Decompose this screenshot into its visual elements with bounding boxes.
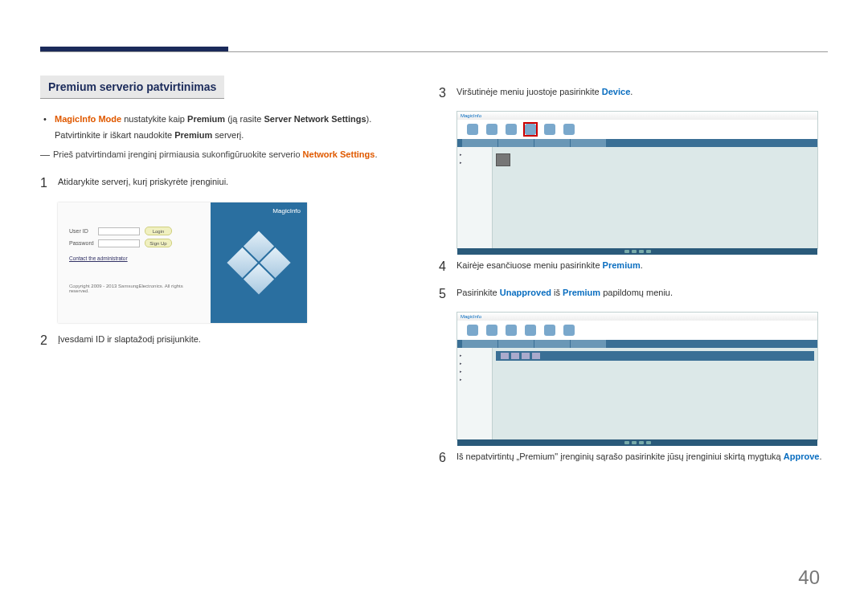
bullet-line2: Patvirtinkite ir iškart naudokite Premiu…: [55, 129, 426, 142]
toolbar-row: [496, 351, 814, 361]
diamond-icon: [227, 231, 290, 295]
bullet-dot: •: [43, 113, 55, 126]
sidebar-item[interactable]: ▸: [460, 158, 489, 166]
toolbar-btn[interactable]: [522, 353, 530, 359]
top-icon[interactable]: [467, 124, 478, 135]
dash-icon: ―: [40, 149, 53, 162]
app-titlebar: MagicInfo: [457, 313, 817, 321]
step-number: 3: [439, 84, 457, 103]
device-thumb[interactable]: [496, 153, 510, 166]
top-icon[interactable]: [506, 325, 517, 336]
top-icon[interactable]: [563, 124, 575, 135]
step-text: Kairėje esančiuose meniu pasirinkite Pre…: [457, 257, 643, 276]
step-3: 3 Viršutinėje meniu juostoje pasirinkite…: [439, 84, 825, 103]
toolbar-btn[interactable]: [511, 353, 519, 359]
step-number: 5: [439, 284, 457, 304]
app-tab-row: [457, 139, 817, 147]
top-icon[interactable]: [467, 325, 478, 336]
bullet-1: • MagicInfo Mode nustatykite kaip Premiu…: [43, 113, 426, 126]
top-icon[interactable]: [506, 124, 517, 135]
step-5: 5 Pasirinkite Unapproved iš Premium papi…: [439, 284, 825, 304]
app-body: ▸ ▸: [457, 147, 817, 248]
top-icon[interactable]: [486, 325, 497, 336]
step-2: 2 Įvesdami ID ir slaptažodį prisijunkite…: [40, 331, 426, 350]
thumbnail-row: [496, 153, 814, 166]
copyright: Copyright 2009 - 2013 SamsungElectronics…: [69, 284, 199, 293]
left-column: Premium serverio patvirtinimas • MagicIn…: [40, 76, 426, 358]
top-icon[interactable]: [563, 325, 575, 336]
step-number: 1: [40, 174, 58, 193]
step-text: Atidarykite serverį, kurį priskyrėte įre…: [58, 174, 228, 193]
step-number: 6: [439, 448, 457, 468]
userid-input[interactable]: [98, 227, 140, 235]
note-line: ― Prieš patvirtindami įrenginį pirmiausi…: [40, 149, 426, 162]
app-sidebar: ▸ ▸: [457, 147, 493, 248]
sidebar-item[interactable]: ▸: [460, 351, 489, 359]
magicinfo-mode-label: MagicInfo Mode: [55, 114, 121, 124]
sidebar-item[interactable]: ▸: [460, 375, 489, 383]
step-text: Viršutinėje meniu juostoje pasirinkite D…: [457, 84, 633, 103]
password-label: Password: [69, 240, 98, 246]
step-1: 1 Atidarykite serverį, kurį priskyrėte į…: [40, 174, 426, 193]
toolbar-btn[interactable]: [501, 353, 509, 359]
sidebar-item[interactable]: ▸: [460, 367, 489, 375]
step-text: Įvesdami ID ir slaptažodį prisijunkite.: [58, 331, 201, 350]
app-screenshot-2: MagicInfo ▸ ▸ ▸ ▸: [457, 312, 818, 440]
contact-admin-link[interactable]: Contact the administrator: [69, 255, 199, 261]
login-brand-panel: MagicInfo: [211, 202, 307, 323]
step-number: 2: [40, 331, 58, 350]
step-6: 6 Iš nepatvirtintų „Premium" įrenginių s…: [439, 448, 825, 468]
password-input[interactable]: [98, 239, 140, 247]
section-title: Premium serverio patvirtinimas: [40, 76, 224, 99]
brand-label: MagicInfo: [272, 207, 301, 215]
app-screenshot-1: MagicInfo ▸ ▸: [457, 111, 818, 249]
header-rule: [40, 51, 828, 52]
toolbar-btn[interactable]: [532, 353, 540, 359]
step-text: Pasirinkite Unapproved iš Premium papild…: [457, 284, 673, 304]
app-tab-row: [457, 340, 817, 348]
app-top-icons: [457, 321, 817, 340]
top-icon[interactable]: [544, 124, 555, 135]
app-main: [493, 348, 817, 439]
login-form: User ID Login Password Sign Up Contact t…: [58, 202, 211, 323]
sidebar-item[interactable]: ▸: [460, 150, 489, 158]
step-text: Iš nepatvirtintų „Premium" įrenginių sąr…: [457, 448, 821, 468]
step-4: 4 Kairėje esančiuose meniu pasirinkite P…: [439, 257, 825, 276]
login-userid-row: User ID Login: [69, 227, 199, 235]
device-icon[interactable]: [525, 124, 536, 135]
login-button[interactable]: Login: [145, 227, 172, 235]
bullet-text: MagicInfo Mode nustatykite kaip Premium …: [55, 113, 371, 126]
signup-button[interactable]: Sign Up: [145, 239, 172, 247]
login-screenshot: User ID Login Password Sign Up Contact t…: [58, 202, 307, 323]
app-top-icons: [457, 120, 817, 139]
sidebar-item-premium[interactable]: ▸: [460, 359, 489, 367]
app-footer: [457, 439, 817, 446]
app-titlebar: MagicInfo: [457, 112, 817, 120]
page-number: 40: [798, 566, 820, 589]
note-text: Prieš patvirtindami įrenginį pirmiausia …: [53, 149, 378, 162]
app-body: ▸ ▸ ▸ ▸: [457, 348, 817, 439]
step-number: 4: [439, 257, 457, 276]
top-icon[interactable]: [486, 124, 497, 135]
top-icon[interactable]: [525, 325, 536, 336]
login-password-row: Password Sign Up: [69, 239, 199, 247]
right-column: 3 Viršutinėje meniu juostoje pasirinkite…: [439, 76, 825, 476]
app-sidebar: ▸ ▸ ▸ ▸: [457, 348, 493, 439]
app-footer: [457, 248, 817, 255]
userid-label: User ID: [69, 228, 98, 234]
app-main: [493, 147, 817, 248]
top-icon[interactable]: [544, 325, 555, 336]
